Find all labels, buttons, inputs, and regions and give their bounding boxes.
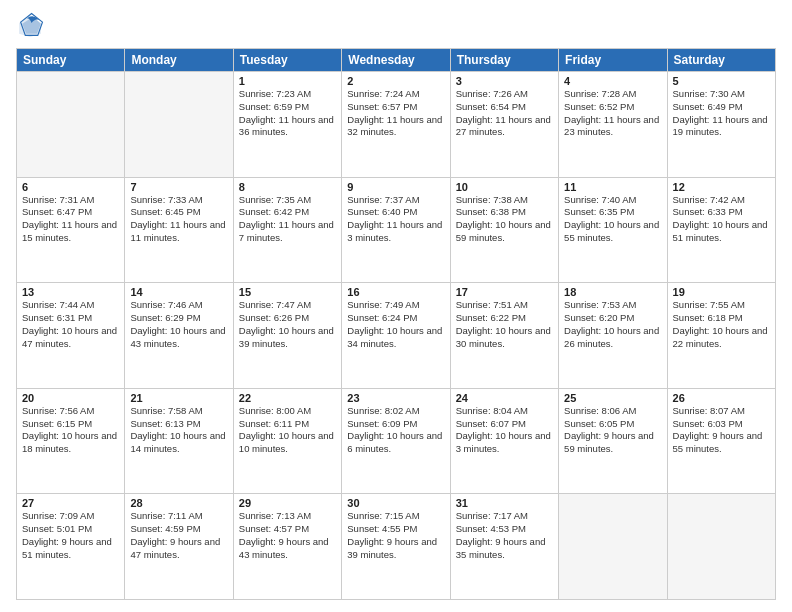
day-number: 25 xyxy=(564,392,661,404)
calendar-header-monday: Monday xyxy=(125,49,233,72)
calendar-header-row: SundayMondayTuesdayWednesdayThursdayFrid… xyxy=(17,49,776,72)
calendar-cell: 7Sunrise: 7:33 AM Sunset: 6:45 PM Daylig… xyxy=(125,177,233,283)
day-info: Sunrise: 7:55 AM Sunset: 6:18 PM Dayligh… xyxy=(673,299,770,350)
logo xyxy=(16,12,48,40)
day-number: 1 xyxy=(239,75,336,87)
day-number: 9 xyxy=(347,181,444,193)
day-number: 23 xyxy=(347,392,444,404)
calendar-cell: 15Sunrise: 7:47 AM Sunset: 6:26 PM Dayli… xyxy=(233,283,341,389)
calendar-cell: 26Sunrise: 8:07 AM Sunset: 6:03 PM Dayli… xyxy=(667,388,775,494)
day-number: 6 xyxy=(22,181,119,193)
calendar-cell xyxy=(559,494,667,600)
day-number: 5 xyxy=(673,75,770,87)
day-info: Sunrise: 7:11 AM Sunset: 4:59 PM Dayligh… xyxy=(130,510,227,561)
day-number: 7 xyxy=(130,181,227,193)
calendar-week-row: 20Sunrise: 7:56 AM Sunset: 6:15 PM Dayli… xyxy=(17,388,776,494)
day-number: 8 xyxy=(239,181,336,193)
day-info: Sunrise: 7:30 AM Sunset: 6:49 PM Dayligh… xyxy=(673,88,770,139)
calendar-cell: 8Sunrise: 7:35 AM Sunset: 6:42 PM Daylig… xyxy=(233,177,341,283)
day-info: Sunrise: 7:13 AM Sunset: 4:57 PM Dayligh… xyxy=(239,510,336,561)
day-number: 13 xyxy=(22,286,119,298)
day-info: Sunrise: 7:46 AM Sunset: 6:29 PM Dayligh… xyxy=(130,299,227,350)
day-info: Sunrise: 7:44 AM Sunset: 6:31 PM Dayligh… xyxy=(22,299,119,350)
day-number: 20 xyxy=(22,392,119,404)
day-number: 4 xyxy=(564,75,661,87)
day-number: 10 xyxy=(456,181,553,193)
calendar-header-thursday: Thursday xyxy=(450,49,558,72)
calendar-cell: 28Sunrise: 7:11 AM Sunset: 4:59 PM Dayli… xyxy=(125,494,233,600)
day-number: 17 xyxy=(456,286,553,298)
calendar-cell xyxy=(667,494,775,600)
day-number: 18 xyxy=(564,286,661,298)
day-info: Sunrise: 7:53 AM Sunset: 6:20 PM Dayligh… xyxy=(564,299,661,350)
day-number: 16 xyxy=(347,286,444,298)
calendar-cell: 31Sunrise: 7:17 AM Sunset: 4:53 PM Dayli… xyxy=(450,494,558,600)
day-number: 14 xyxy=(130,286,227,298)
day-info: Sunrise: 7:09 AM Sunset: 5:01 PM Dayligh… xyxy=(22,510,119,561)
calendar-cell: 18Sunrise: 7:53 AM Sunset: 6:20 PM Dayli… xyxy=(559,283,667,389)
calendar-cell: 5Sunrise: 7:30 AM Sunset: 6:49 PM Daylig… xyxy=(667,72,775,178)
day-info: Sunrise: 7:26 AM Sunset: 6:54 PM Dayligh… xyxy=(456,88,553,139)
day-info: Sunrise: 7:58 AM Sunset: 6:13 PM Dayligh… xyxy=(130,405,227,456)
day-number: 21 xyxy=(130,392,227,404)
day-info: Sunrise: 7:31 AM Sunset: 6:47 PM Dayligh… xyxy=(22,194,119,245)
calendar-cell xyxy=(17,72,125,178)
calendar-cell: 27Sunrise: 7:09 AM Sunset: 5:01 PM Dayli… xyxy=(17,494,125,600)
calendar-cell: 29Sunrise: 7:13 AM Sunset: 4:57 PM Dayli… xyxy=(233,494,341,600)
day-number: 28 xyxy=(130,497,227,509)
day-info: Sunrise: 7:17 AM Sunset: 4:53 PM Dayligh… xyxy=(456,510,553,561)
calendar-table: SundayMondayTuesdayWednesdayThursdayFrid… xyxy=(16,48,776,600)
day-number: 29 xyxy=(239,497,336,509)
header xyxy=(16,12,776,40)
calendar-cell: 2Sunrise: 7:24 AM Sunset: 6:57 PM Daylig… xyxy=(342,72,450,178)
calendar-cell: 9Sunrise: 7:37 AM Sunset: 6:40 PM Daylig… xyxy=(342,177,450,283)
day-info: Sunrise: 7:15 AM Sunset: 4:55 PM Dayligh… xyxy=(347,510,444,561)
day-info: Sunrise: 7:35 AM Sunset: 6:42 PM Dayligh… xyxy=(239,194,336,245)
calendar-cell: 30Sunrise: 7:15 AM Sunset: 4:55 PM Dayli… xyxy=(342,494,450,600)
day-info: Sunrise: 7:49 AM Sunset: 6:24 PM Dayligh… xyxy=(347,299,444,350)
day-info: Sunrise: 8:06 AM Sunset: 6:05 PM Dayligh… xyxy=(564,405,661,456)
day-number: 30 xyxy=(347,497,444,509)
calendar-cell: 17Sunrise: 7:51 AM Sunset: 6:22 PM Dayli… xyxy=(450,283,558,389)
day-number: 3 xyxy=(456,75,553,87)
day-info: Sunrise: 7:37 AM Sunset: 6:40 PM Dayligh… xyxy=(347,194,444,245)
calendar-cell: 20Sunrise: 7:56 AM Sunset: 6:15 PM Dayli… xyxy=(17,388,125,494)
day-info: Sunrise: 7:47 AM Sunset: 6:26 PM Dayligh… xyxy=(239,299,336,350)
day-number: 2 xyxy=(347,75,444,87)
day-info: Sunrise: 7:51 AM Sunset: 6:22 PM Dayligh… xyxy=(456,299,553,350)
day-number: 19 xyxy=(673,286,770,298)
day-number: 11 xyxy=(564,181,661,193)
day-number: 26 xyxy=(673,392,770,404)
calendar-header-friday: Friday xyxy=(559,49,667,72)
day-info: Sunrise: 7:24 AM Sunset: 6:57 PM Dayligh… xyxy=(347,88,444,139)
day-info: Sunrise: 7:42 AM Sunset: 6:33 PM Dayligh… xyxy=(673,194,770,245)
day-number: 31 xyxy=(456,497,553,509)
calendar-cell: 11Sunrise: 7:40 AM Sunset: 6:35 PM Dayli… xyxy=(559,177,667,283)
calendar-cell: 13Sunrise: 7:44 AM Sunset: 6:31 PM Dayli… xyxy=(17,283,125,389)
day-info: Sunrise: 7:38 AM Sunset: 6:38 PM Dayligh… xyxy=(456,194,553,245)
day-number: 27 xyxy=(22,497,119,509)
calendar-cell: 23Sunrise: 8:02 AM Sunset: 6:09 PM Dayli… xyxy=(342,388,450,494)
day-info: Sunrise: 7:23 AM Sunset: 6:59 PM Dayligh… xyxy=(239,88,336,139)
page: SundayMondayTuesdayWednesdayThursdayFrid… xyxy=(0,0,792,612)
calendar-week-row: 6Sunrise: 7:31 AM Sunset: 6:47 PM Daylig… xyxy=(17,177,776,283)
calendar-cell: 4Sunrise: 7:28 AM Sunset: 6:52 PM Daylig… xyxy=(559,72,667,178)
calendar-cell: 24Sunrise: 8:04 AM Sunset: 6:07 PM Dayli… xyxy=(450,388,558,494)
day-number: 24 xyxy=(456,392,553,404)
calendar-header-wednesday: Wednesday xyxy=(342,49,450,72)
day-number: 15 xyxy=(239,286,336,298)
calendar-header-sunday: Sunday xyxy=(17,49,125,72)
day-info: Sunrise: 7:33 AM Sunset: 6:45 PM Dayligh… xyxy=(130,194,227,245)
day-info: Sunrise: 8:00 AM Sunset: 6:11 PM Dayligh… xyxy=(239,405,336,456)
calendar-cell xyxy=(125,72,233,178)
calendar-cell: 3Sunrise: 7:26 AM Sunset: 6:54 PM Daylig… xyxy=(450,72,558,178)
calendar-cell: 12Sunrise: 7:42 AM Sunset: 6:33 PM Dayli… xyxy=(667,177,775,283)
calendar-cell: 21Sunrise: 7:58 AM Sunset: 6:13 PM Dayli… xyxy=(125,388,233,494)
calendar-cell: 1Sunrise: 7:23 AM Sunset: 6:59 PM Daylig… xyxy=(233,72,341,178)
calendar-week-row: 13Sunrise: 7:44 AM Sunset: 6:31 PM Dayli… xyxy=(17,283,776,389)
calendar-cell: 25Sunrise: 8:06 AM Sunset: 6:05 PM Dayli… xyxy=(559,388,667,494)
logo-icon xyxy=(16,12,44,40)
day-info: Sunrise: 7:40 AM Sunset: 6:35 PM Dayligh… xyxy=(564,194,661,245)
day-info: Sunrise: 8:02 AM Sunset: 6:09 PM Dayligh… xyxy=(347,405,444,456)
day-number: 12 xyxy=(673,181,770,193)
